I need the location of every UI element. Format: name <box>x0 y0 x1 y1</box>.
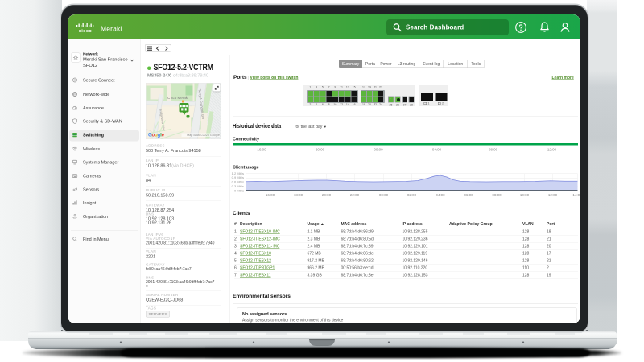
svg-text:cisco: cisco <box>79 28 93 33</box>
